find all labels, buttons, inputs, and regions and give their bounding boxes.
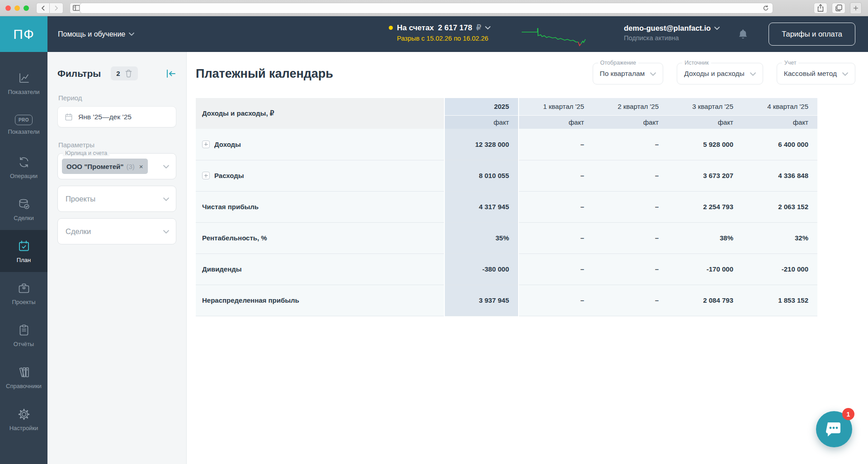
row-label-text: Дивиденды (202, 265, 242, 273)
table-row: Нераспределенная прибыль3 937 945––2 084… (196, 285, 817, 316)
balance-label: На счетах (397, 23, 434, 33)
main-content: Платежный календарь Отображение По кварт… (187, 52, 868, 464)
share-button[interactable] (814, 3, 827, 14)
sidebar-item-label: План (17, 257, 31, 263)
browser-back-button[interactable] (36, 3, 50, 14)
entity-chip[interactable]: ООО "Прометей" (3) × (62, 159, 148, 174)
projects-placeholder: Проекты (62, 195, 95, 203)
table-body: Доходы12 328 000––5 928 0006 400 000Расх… (196, 129, 817, 316)
sidebar-item-directories[interactable]: Справочники (0, 356, 47, 398)
subscription-status: Подписка активна (624, 34, 720, 42)
deals-placeholder: Сделки (62, 227, 91, 236)
sidebar-item-projects[interactable]: Проекты (0, 272, 47, 314)
collapse-panel-button[interactable] (165, 69, 176, 79)
help-menu[interactable]: Помощь и обучение (58, 16, 134, 52)
sidebar-item-settings[interactable]: Настройки (0, 398, 47, 440)
value-cell: – (519, 129, 593, 160)
value-cell: 2 254 793 (668, 191, 742, 222)
clipboard-icon (17, 323, 31, 337)
period-label: Период (58, 94, 176, 102)
user-account[interactable]: demo-guest@planfact.io Подписка активна (624, 24, 720, 42)
gear-icon (17, 407, 31, 422)
clear-filters-button[interactable]: 2 (111, 66, 137, 80)
value-cell: – (593, 129, 668, 160)
subheader-cell: факт (444, 115, 519, 129)
notifications-button[interactable] (737, 28, 749, 42)
value-cell: – (519, 253, 593, 285)
accounting-method-select[interactable]: Учет Кассовый метод (777, 63, 855, 84)
balance-value: 2 617 178 (438, 23, 472, 33)
sidebar-icon (73, 5, 80, 11)
period-select[interactable]: Янв ’25—дек ’25 (57, 106, 176, 127)
sidebar-item-operations[interactable]: Операции (0, 146, 47, 188)
chat-widget-button[interactable]: 1 (816, 411, 852, 447)
calendar-check-icon (17, 239, 31, 253)
reload-icon[interactable] (763, 5, 769, 11)
expand-row-button[interactable] (202, 172, 210, 179)
tariffs-button[interactable]: Тарифы и оплата (769, 23, 855, 46)
chevron-down-icon (650, 72, 656, 76)
help-menu-label: Помощь и обучение (58, 30, 125, 38)
chevron-down-icon (163, 197, 169, 201)
pro-badge-icon: PRO (15, 115, 33, 125)
row-label-text: Расходы (214, 172, 244, 179)
column-header: 4 квартал '25 (742, 98, 817, 115)
balance-status-dot (389, 26, 393, 30)
sidebar-item-reports[interactable]: Отчёты (0, 314, 47, 356)
subheader-cell: факт (742, 115, 817, 129)
chevron-down-icon (163, 230, 169, 234)
accounts-balance[interactable]: На счетах 2 617 178 ₽ Разрыв с 15.02.26 … (389, 23, 491, 42)
entity-chip-label: ООО "Прометей" (66, 163, 123, 170)
tab-overview-button[interactable] (832, 3, 845, 14)
bell-icon (737, 28, 749, 40)
projects-select[interactable]: Проекты (57, 186, 176, 212)
database-check-icon (17, 197, 31, 211)
table-row: Рентабельность, %35%––38%32% (196, 222, 817, 253)
sidebar-item-label: Сделки (14, 215, 33, 221)
source-label: Источник (682, 60, 711, 66)
address-bar[interactable] (80, 3, 773, 14)
accounting-method-value: Кассовый метод (784, 70, 837, 78)
expand-row-button[interactable] (202, 141, 210, 148)
currency-symbol: ₽ (476, 23, 481, 33)
period-value: Янв ’25—дек ’25 (78, 113, 132, 121)
deals-select[interactable]: Сделки (57, 218, 176, 244)
subheader-cell: факт (668, 115, 742, 129)
filters-count: 2 (116, 70, 120, 77)
close-window-button[interactable] (5, 5, 11, 11)
display-mode-value: По кварталам (600, 70, 645, 78)
table-corner-cell: Доходы и расходы, ₽ (196, 98, 444, 129)
value-cell: 1 853 152 (742, 285, 817, 316)
chevron-down-icon (163, 165, 169, 169)
value-cell: 35% (444, 222, 519, 253)
entities-select[interactable]: Юрлица и счета ООО "Прометей" (3) × (57, 153, 176, 179)
sync-icon (17, 155, 31, 169)
browser-forward-button[interactable] (50, 3, 63, 14)
table-row: Чистая прибыль4 317 945––2 254 7932 063 … (196, 191, 817, 222)
value-cell: 2 084 793 (668, 285, 742, 316)
collapse-left-icon (165, 69, 176, 79)
page-title: Платежный календарь (196, 63, 593, 84)
sidebar-item-label: Настройки (9, 425, 38, 431)
sidebar-item-indicators[interactable]: Показатели (0, 62, 47, 104)
zoom-window-button[interactable] (24, 5, 29, 11)
sidebar-item-plan[interactable]: План (0, 230, 47, 272)
minimize-window-button[interactable] (14, 5, 20, 11)
display-mode-select[interactable]: Отображение По кварталам (593, 63, 664, 84)
chat-bubble-icon (825, 421, 843, 438)
new-tab-button[interactable] (850, 2, 862, 14)
line-chart-icon (17, 71, 31, 85)
value-cell: – (593, 222, 668, 253)
books-icon (17, 365, 31, 380)
sidebar-item-indicators-pro[interactable]: PRO Показатели (0, 104, 47, 146)
app-logo[interactable]: ПФ (0, 16, 47, 52)
chevron-down-icon (842, 72, 848, 76)
remove-chip-button[interactable]: × (139, 163, 143, 170)
sidebar-item-deals[interactable]: Сделки (0, 188, 47, 230)
calendar-icon (64, 112, 73, 122)
value-cell: – (593, 285, 668, 316)
source-value: Доходы и расходы (684, 70, 744, 78)
browser-chrome (0, 0, 868, 16)
source-select[interactable]: Источник Доходы и расходы (677, 63, 763, 84)
value-cell: – (519, 160, 593, 191)
